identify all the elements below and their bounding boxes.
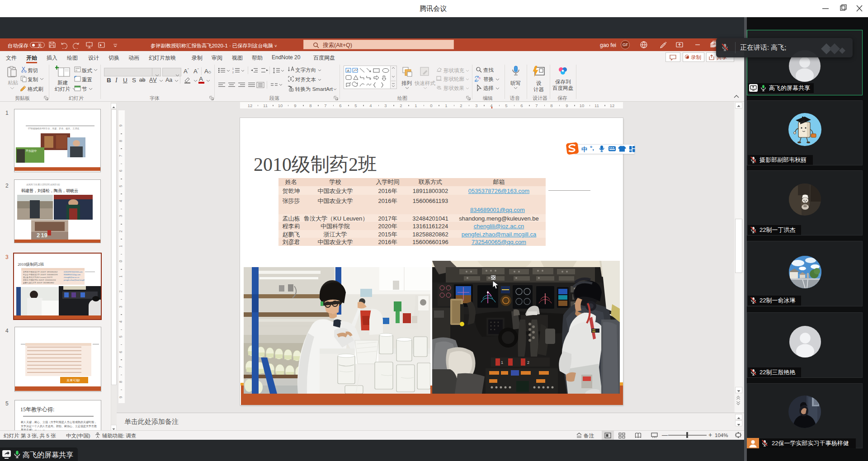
svg-text:c: c <box>476 78 477 81</box>
svg-text:1: 1 <box>232 67 234 70</box>
svg-text:2: 2 <box>232 71 234 74</box>
svg-text:A: A <box>347 69 350 73</box>
svg-text:1: 1 <box>501 360 503 365</box>
svg-text:b: b <box>479 76 481 80</box>
svg-text:2: 2 <box>527 360 529 365</box>
